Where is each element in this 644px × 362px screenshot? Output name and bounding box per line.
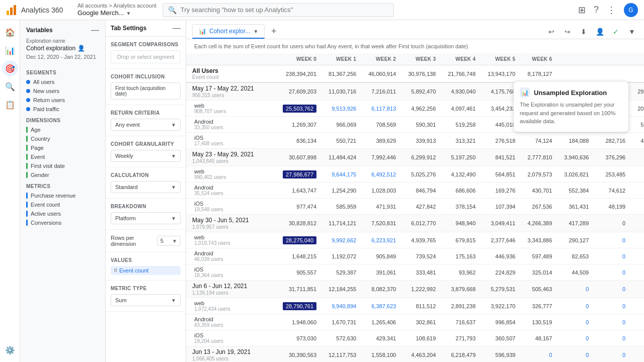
metrics-label: METRICS — [24, 179, 101, 191]
chevron-down-icon: ▼ — [171, 216, 176, 221]
all-users-week4: 21,766,748 — [442, 65, 481, 83]
chevron-down-icon: ▼ — [171, 185, 176, 190]
g1-web-w9: 200,794 — [631, 101, 644, 117]
chevron-down-icon: ▼ — [171, 153, 176, 159]
share-button[interactable]: 👤 — [594, 26, 606, 38]
group-jun6-label-cell: Jun 6 - Jun 12, 2021 1,139,194 users — [186, 281, 277, 298]
g1-w4: 4,930,040 — [442, 82, 481, 101]
table-row-may30-web: web 1,019,743 users 28,275,040 9,992,662… — [186, 232, 644, 248]
sidebar-item-new-users[interactable]: New users — [24, 86, 101, 96]
return-criteria-select[interactable]: Any event ▼ — [111, 119, 181, 131]
tab-settings-header: Tab Settings — — [106, 20, 186, 37]
nav-settings-icon[interactable]: ⚙️ — [2, 342, 18, 358]
sidebar-item-conversions[interactable]: Conversions — [24, 218, 101, 227]
g1-w1: 11,030,716 — [323, 82, 362, 101]
cohort-granularity-select[interactable]: Weekly ▼ — [111, 150, 181, 162]
metric-type-select[interactable]: Sum ▼ — [111, 294, 181, 306]
sidebar-item-age[interactable]: Age — [24, 125, 101, 134]
nav-advertising-icon[interactable]: 🔍 — [2, 78, 18, 95]
main-layout: 🏠 📊 🎯 🔍 📋 ⚙️ Variables — Exploration nam… — [0, 20, 644, 362]
sidebar-item-active-users[interactable]: Active users — [24, 209, 101, 218]
all-users-week6: 8,178,127 — [521, 65, 558, 83]
left-nav: 🏠 📊 🎯 🔍 📋 ⚙️ — [0, 20, 20, 362]
chevron-down-icon: ▼ — [171, 298, 176, 303]
sidebar-item-country[interactable]: Country — [24, 134, 101, 143]
table-row-group-may23: May 23 - May 29, 2021 1,043,645 users 30… — [186, 149, 644, 166]
sidebar-item-paid-traffic[interactable]: Paid traffic — [24, 105, 101, 114]
sidebar-item-gender[interactable]: Gender — [24, 170, 101, 179]
breadcrumb-bottom[interactable]: Google Merch... ▼ — [77, 9, 156, 18]
sidebar-item-all-users[interactable]: All users — [24, 77, 101, 86]
cohort-inclusion-select[interactable]: First touch (acquisition date) — [111, 82, 181, 100]
segment-dot — [26, 89, 30, 93]
group-may23-label-cell: May 23 - May 29, 2021 1,043,645 users — [186, 149, 277, 166]
nav-configure-icon[interactable]: 📋 — [2, 97, 18, 113]
jun6-ios-label-cell: iOS 19,204 users — [186, 330, 277, 346]
g1-w3: 5,892,470 — [402, 82, 442, 101]
may23-web-label-cell: web 990,402 users — [186, 166, 277, 183]
values-tag[interactable]: ⠿ Event count — [111, 266, 181, 275]
rows-per-dimension-select[interactable]: 5 ▼ — [157, 236, 181, 246]
undo-button[interactable]: ↩ — [545, 26, 557, 38]
help-icon[interactable]: ? — [594, 5, 599, 15]
cohort-granularity-label: COHORT GRANULARITY — [111, 141, 181, 147]
check-button[interactable]: ✓ — [610, 26, 622, 38]
download-button[interactable]: ⬇ — [578, 26, 590, 38]
sidebar-minimize-button[interactable]: — — [91, 26, 99, 34]
breakdown-select[interactable]: Platform ▼ — [111, 212, 181, 224]
tab-settings-title: Tab Settings — [111, 25, 146, 32]
add-tab-button[interactable]: + — [267, 25, 281, 39]
segment-drop-zone[interactable]: Drop or select segment — [111, 50, 181, 63]
tab-settings-minimize-button[interactable]: — — [173, 24, 181, 32]
table-container[interactable]: WEEK 0 WEEK 1 WEEK 2 WEEK 3 WEEK 4 WEEK … — [186, 53, 644, 362]
search-icon: 🔍 — [168, 6, 177, 14]
col-header-week3: WEEK 3 — [402, 53, 442, 65]
avatar[interactable]: G — [624, 3, 638, 17]
tab-bar: 📊 Cohort explor... ▼ + ↩ ↪ ⬇ 👤 ✓ ▼ — [186, 20, 644, 39]
col-header-week0: WEEK 0 — [277, 53, 323, 65]
chevron-down-icon: ▼ — [171, 122, 176, 128]
g1-web-w0: 25,503,762 — [277, 101, 323, 117]
popup-title: 📊 Unsampled Exploration — [520, 87, 622, 98]
table-row-may23-android: Android 35,524 users 1,643,7471,254,2901… — [186, 183, 644, 199]
tab-cohort-exploration[interactable]: 📊 Cohort explor... ▼ — [192, 24, 265, 39]
nav-explore-icon[interactable]: 🎯 — [2, 60, 18, 76]
table-row-jun6-web: web 1,072,434 users 28,790,761 9,940,894… — [186, 298, 644, 314]
nav-home-icon[interactable]: 🏠 — [2, 24, 18, 40]
dim-bar — [26, 136, 28, 142]
search-input[interactable] — [181, 6, 388, 14]
nav-reports-icon[interactable]: 📊 — [2, 42, 18, 58]
sidebar-item-event[interactable]: Event — [24, 152, 101, 161]
may23-ios-label-cell: iOS 19,548 users — [186, 199, 277, 215]
may17-android-label-cell: Android 33,350 users — [186, 117, 277, 133]
data-area: Each cell is the sum of Event count for … — [186, 39, 644, 362]
redo-button[interactable]: ↪ — [561, 26, 574, 38]
breakdown-section: BREAKDOWN Platform ▼ — [106, 199, 186, 230]
segment-comparisons-section: SEGMENT COMPARISONS Drop or select segme… — [106, 37, 186, 69]
may30-ios-label-cell: iOS 18,364 users — [186, 264, 277, 281]
analytics-logo-icon — [6, 5, 17, 16]
breadcrumb: All accounts > Analytics account Google … — [77, 2, 156, 18]
g1-web-w1: 9,513,926 — [323, 101, 362, 117]
more-icon[interactable]: ⋮ — [607, 5, 616, 16]
more-options-button[interactable]: ▼ — [626, 26, 638, 38]
grid-icon[interactable]: ⊞ — [578, 5, 586, 16]
col-header-week5: WEEK 5 — [481, 53, 521, 65]
chevron-down-icon: ▼ — [253, 29, 258, 34]
calculation-label: CALCULATION — [111, 172, 181, 178]
sidebar-item-purchase-revenue[interactable]: Purchase revenue — [24, 191, 101, 200]
search-bar[interactable]: 🔍 — [163, 3, 394, 17]
calculation-select[interactable]: Standard ▼ — [111, 181, 181, 193]
sidebar-item-page[interactable]: Page — [24, 143, 101, 152]
top-bar: Analytics 360 All accounts > Analytics a… — [0, 0, 644, 20]
table-row-jun6-android: Android 43,359 users 1,948,0601,670,7311… — [186, 314, 644, 330]
dim-bar — [26, 145, 28, 151]
tab-actions: ↩ ↪ ⬇ 👤 ✓ ▼ — [545, 26, 638, 38]
main-content: 📊 Cohort explor... ▼ + ↩ ↪ ⬇ 👤 ✓ ▼ Each … — [186, 20, 644, 362]
metric-bar — [26, 220, 28, 226]
table-info-text: Each cell is the sum of Event count for … — [186, 39, 644, 53]
sidebar-item-first-visit[interactable]: First visit date — [24, 161, 101, 170]
sidebar-item-event-count[interactable]: Event count — [24, 200, 101, 209]
may17-web-label-cell: web 908,707 users — [186, 101, 277, 117]
sidebar-item-return-users[interactable]: Return users — [24, 96, 101, 105]
